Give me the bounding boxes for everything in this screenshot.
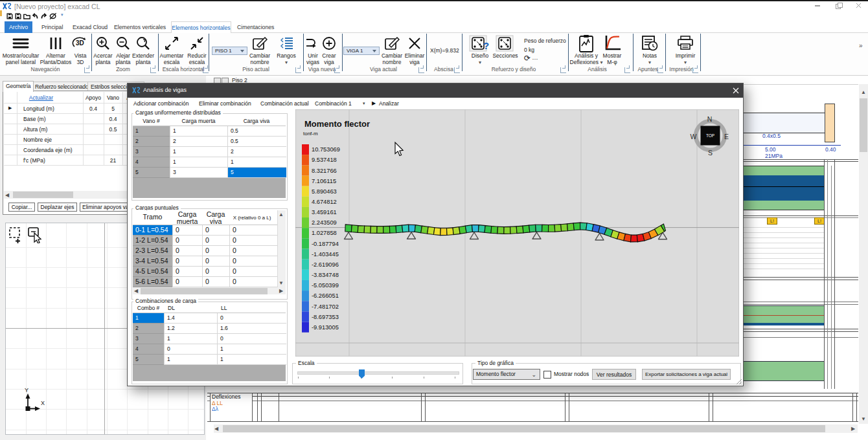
- svg-text:-2.619096: -2.619096: [312, 261, 339, 268]
- svg-text:-0.187794: -0.187794: [312, 241, 339, 247]
- svg-text:E: E: [724, 133, 729, 140]
- svg-text:X: X: [41, 400, 45, 406]
- svg-text:-9.913005: -9.913005: [312, 324, 339, 331]
- svg-text:-7.481702: -7.481702: [312, 303, 339, 310]
- svg-text:-8.697353: -8.697353: [312, 314, 339, 320]
- svg-text:5.890463: 5.890463: [312, 188, 337, 195]
- svg-text:1.027858: 1.027858: [312, 230, 337, 236]
- svg-text:N: N: [707, 115, 713, 123]
- svg-text:3.459161: 3.459161: [312, 209, 337, 215]
- svg-text:S: S: [708, 149, 713, 157]
- svg-text:-3.834748: -3.834748: [312, 272, 339, 278]
- svg-text:9.537418: 9.537418: [312, 157, 337, 163]
- svg-text:Momento flector: Momento flector: [304, 119, 370, 129]
- svg-text:-6.266051: -6.266051: [312, 292, 339, 299]
- svg-text:-5.050399: -5.050399: [312, 282, 339, 289]
- svg-text:Y: Y: [25, 387, 29, 393]
- svg-text:-1.403445: -1.403445: [312, 251, 339, 258]
- svg-text:8.321766: 8.321766: [312, 168, 337, 174]
- svg-text:TOP: TOP: [706, 133, 714, 138]
- svg-text:W: W: [691, 133, 697, 140]
- svg-text:3D: 3D: [76, 39, 84, 47]
- svg-text:tonf-m: tonf-m: [303, 131, 318, 137]
- svg-text:2.243509: 2.243509: [312, 219, 337, 226]
- svg-text:7.106115: 7.106115: [312, 178, 336, 184]
- svg-text:10.753069: 10.753069: [312, 146, 340, 153]
- svg-text:4.674812: 4.674812: [312, 199, 337, 205]
